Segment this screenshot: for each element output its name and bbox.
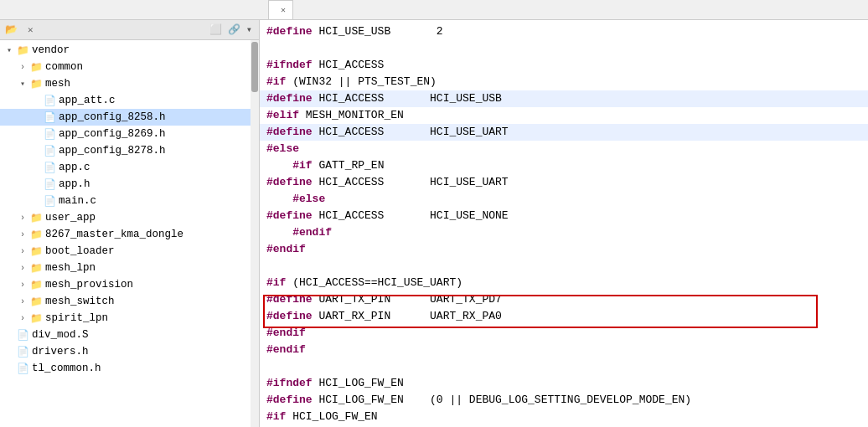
file-icon: 📄 [17, 363, 29, 375]
tree-label: vendor [32, 44, 70, 56]
tree-item-user_app[interactable]: 📁user_app [0, 209, 259, 226]
tree-label: main.c [59, 195, 96, 207]
tree-label: mesh_lpn [45, 262, 96, 274]
tree-item-app_c[interactable]: 📄app.c [0, 159, 259, 176]
arrow-closed [20, 264, 30, 273]
tree-label: drivers.h [32, 346, 89, 358]
code-line: #endif [260, 342, 868, 358]
file-icon: 📄 [17, 329, 29, 342]
code-editor: #define HCI_USE_USB 2 #ifndef HCI_ACCESS… [260, 20, 868, 427]
code-line: #if HCI_LOG_FW_EN [260, 409, 868, 425]
tree-label: app_config_8278.h [59, 145, 166, 157]
code-line: #endif [260, 325, 868, 342]
tree-label: app.c [59, 162, 90, 173]
code-line: #define UART_RX_PIN UART_RX_PA0 [260, 308, 868, 325]
code-line: #if GATT_RP_EN [260, 157, 868, 174]
folder-icon: 📁 [30, 279, 43, 291]
tab-app-config[interactable]: ✕ [268, 0, 293, 19]
close-explorer-icon[interactable]: ✕ [28, 24, 34, 35]
code-line: #if (WIN32 || PTS_TEST_EN) [260, 74, 868, 90]
arrow-closed [20, 214, 30, 223]
tree-item-app_h[interactable]: 📄app.h [0, 176, 259, 193]
arrow-closed [20, 63, 30, 72]
folder-icon: 📁 [30, 78, 43, 90]
tree-item-app_config_8278_h[interactable]: 📄app_config_8278.h [0, 142, 259, 159]
tree-label: app.h [59, 178, 90, 190]
file-icon: 📄 [44, 128, 56, 141]
tree-label: spirit_lpn [45, 312, 108, 324]
tree-item-mesh_provision[interactable]: 📁mesh_provision [0, 276, 259, 293]
folder-icon: 📁 [17, 44, 29, 57]
file-icon: 📄 [44, 95, 56, 107]
arrow-closed [20, 280, 30, 290]
code-line: #ifndef HCI_ACCESS [260, 57, 868, 74]
code-line [260, 358, 868, 375]
tree-item-drivers_h[interactable]: 📄drivers.h [0, 343, 259, 360]
tree-label: div_mod.S [32, 329, 89, 341]
file-icon: 📄 [44, 195, 56, 208]
tree-label: 8267_master_kma_dongle [45, 229, 183, 240]
link-editor-icon[interactable]: 🔗 [226, 23, 242, 37]
tree-item-app_config_8269_h[interactable]: 📄app_config_8269.h [0, 126, 259, 142]
arrow-closed [20, 247, 30, 256]
tree-item-8267_master_kma_dongle[interactable]: 📁8267_master_kma_dongle [0, 226, 259, 243]
explorer-header: 📂 ✕ ⬜ 🔗 ▾ [0, 20, 259, 40]
file-icon: 📄 [17, 346, 29, 358]
code-line: #define HCI_LOG_FW_EN (0 || DEBUG_LOG_SE… [260, 392, 868, 409]
tree-item-mesh_lpn[interactable]: 📁mesh_lpn [0, 260, 259, 276]
explorer-toolbar: ⬜ 🔗 ▾ [208, 23, 254, 37]
tree-label: user_app [45, 212, 96, 224]
tree-item-mesh[interactable]: 📁mesh [0, 75, 259, 92]
file-icon: 📄 [44, 178, 56, 191]
tree-item-app_att_c[interactable]: 📄app_att.c [0, 92, 259, 109]
tab-bar: ✕ [0, 0, 868, 20]
code-line: #define HCI_ACCESS HCI_USE_USB [260, 90, 868, 107]
code-line [260, 40, 868, 57]
tree-label: tl_common.h [32, 363, 101, 374]
code-line: #elif MESH_MONITOR_EN [260, 107, 868, 124]
tree-label: mesh [45, 78, 70, 90]
tree-label: mesh_switch [45, 296, 115, 307]
folder-icon: 📁 [30, 245, 43, 258]
explorer-scrollbar-thumb[interactable] [251, 42, 258, 92]
tree-item-spirit_lpn[interactable]: 📁spirit_lpn [0, 310, 259, 327]
explorer-scrollbar[interactable] [251, 40, 259, 427]
tree-item-div_mod_S[interactable]: 📄div_mod.S [0, 327, 259, 343]
more-options-icon[interactable]: ▾ [245, 23, 254, 37]
tree-item-mesh_switch[interactable]: 📁mesh_switch [0, 293, 259, 310]
code-line: #endif [260, 241, 868, 258]
tree-label: common [45, 61, 83, 73]
tree-item-vendor[interactable]: 📁vendor [0, 42, 259, 59]
code-line: #endif [260, 224, 868, 241]
close-icon[interactable]: ✕ [281, 5, 286, 15]
code-line: #define HCI_ACCESS HCI_USE_UART [260, 174, 868, 191]
arrow-closed [20, 314, 30, 323]
tree-item-main_c[interactable]: 📄main.c [0, 193, 259, 209]
file-icon: 📄 [44, 162, 56, 174]
code-line: #else [260, 191, 868, 208]
code-line: #define HCI_USE_USB 2 [260, 23, 868, 40]
code-area[interactable]: #define HCI_USE_USB 2 #ifndef HCI_ACCESS… [260, 20, 868, 427]
tree-item-app_config_8258_h[interactable]: 📄app_config_8258.h [0, 109, 259, 126]
file-tree: 📁vendor📁common📁mesh📄app_att.c📄app_config… [0, 40, 259, 378]
explorer-body: 📁vendor📁common📁mesh📄app_att.c📄app_config… [0, 40, 259, 427]
folder-icon: 📁 [30, 229, 43, 241]
explorer-icon: 📂 [5, 23, 18, 36]
arrow-open [20, 79, 30, 89]
folder-icon: 📁 [30, 296, 43, 308]
tree-item-tl_common_h[interactable]: 📄tl_common.h [0, 360, 259, 377]
tree-item-common[interactable]: 📁common [0, 59, 259, 75]
tree-label: mesh_provision [45, 279, 133, 291]
tree-label: boot_loader [45, 245, 115, 257]
folder-icon: 📁 [30, 61, 43, 74]
collapse-all-icon[interactable]: ⬜ [208, 23, 224, 37]
tree-item-boot_loader[interactable]: 📁boot_loader [0, 243, 259, 260]
code-line: #ifndef HCI_LOG_FW_EN [260, 375, 868, 392]
code-line: #else [260, 141, 868, 157]
tree-label: app_config_8258.h [59, 111, 166, 123]
arrow-open [7, 45, 17, 55]
explorer-title: 📂 ✕ [5, 23, 34, 36]
folder-icon: 📁 [30, 262, 43, 275]
code-line: #define UART_TX_PIN UART_TX_PD7 [260, 291, 868, 308]
code-line: #if (HCI_ACCESS==HCI_USE_UART) [260, 275, 868, 291]
